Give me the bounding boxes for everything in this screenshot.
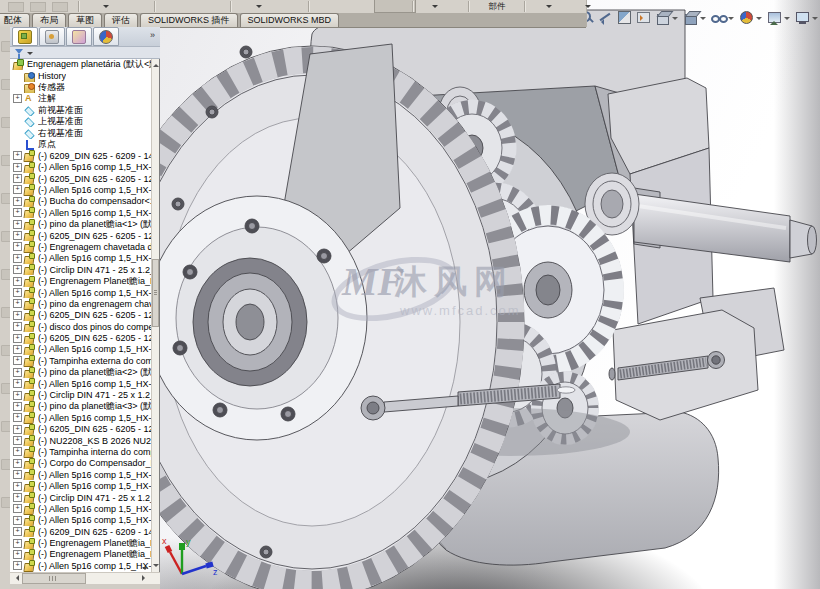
- 3d-drawing-view-icon[interactable]: [636, 10, 651, 25]
- dropdown-caret-icon[interactable]: [103, 5, 109, 11]
- dropdown-caret-icon[interactable]: [672, 17, 678, 23]
- tree-item[interactable]: +(-) pino da planet赡ia<3> (默i: [10, 401, 151, 412]
- tree-item[interactable]: +(-) Bucha do compensador<1: [10, 196, 151, 207]
- graphics-area[interactable]: x y z MF 沐风网 www.mfcad.com: [160, 0, 820, 589]
- expand-toggle[interactable]: +: [13, 402, 22, 411]
- expand-toggle[interactable]: +: [13, 299, 22, 308]
- display-style-icon[interactable]: [683, 10, 698, 25]
- expand-toggle[interactable]: +: [13, 334, 22, 343]
- tree-item[interactable]: +(-) Allen 5p16 comp 1,5_HX-SI: [10, 480, 151, 491]
- tree-item[interactable]: History: [10, 70, 151, 81]
- tree-item[interactable]: +(-) pino da planet赡ia<1> (默i: [10, 218, 151, 229]
- tree-item[interactable]: +(-) Allen 5p16 comp 1,5_HX-SI: [10, 344, 151, 355]
- tree-item[interactable]: +(-) pino da engrenagem chav: [10, 298, 151, 309]
- tree-item[interactable]: +(-) Allen 5p16 comp 1,5_HX-SI: [10, 378, 151, 389]
- dropdown-caret-icon[interactable]: [728, 17, 734, 23]
- ribbon-button-fragment[interactable]: [8, 2, 24, 12]
- scroll-down-icon[interactable]: [153, 564, 159, 570]
- panel-tab-featuremanager-tree[interactable]: [12, 27, 38, 46]
- expand-toggle[interactable]: +: [13, 151, 22, 160]
- previous-view-icon[interactable]: [598, 10, 613, 25]
- tree-item[interactable]: +(-) Corpo do Compensador_D: [10, 458, 151, 469]
- tab-sketch[interactable]: 草图: [68, 13, 102, 27]
- edit-appearance-icon[interactable]: [739, 10, 754, 25]
- tree-item[interactable]: 右视基准面: [10, 127, 151, 138]
- expand-toggle[interactable]: +: [13, 527, 22, 536]
- tree-item[interactable]: Engrenagem planetária (默认<默: [10, 59, 151, 70]
- expand-toggle[interactable]: +: [13, 174, 22, 183]
- dropdown-caret-icon[interactable]: [256, 5, 262, 11]
- tree-item[interactable]: +(-) Allen 5p16 comp 1,5_HX-SI: [10, 560, 151, 571]
- expand-toggle[interactable]: +: [13, 516, 22, 525]
- scrollbar-thumb[interactable]: [22, 573, 86, 584]
- tree-item[interactable]: 传感器: [10, 82, 151, 93]
- expand-toggle[interactable]: +: [13, 561, 22, 570]
- tree-item[interactable]: +(-) 6205_DIN 625 - 6205 - 12,I: [10, 173, 151, 184]
- model-geometry[interactable]: [160, 10, 817, 589]
- panel-tab-configurationmanager[interactable]: [66, 27, 92, 46]
- expand-toggle[interactable]: +: [13, 356, 22, 365]
- expand-toggle[interactable]: +: [13, 242, 22, 251]
- tree-item[interactable]: +(-) Circlip DIN 471 - 25 x 1.2_(: [10, 264, 151, 275]
- tree-item[interactable]: +(-) NU2208_KS B 2026 NU2 -: [10, 435, 151, 446]
- tree-horizontal-scrollbar[interactable]: [10, 572, 160, 584]
- expand-toggle[interactable]: +: [13, 254, 22, 263]
- panel-overflow-button[interactable]: »: [150, 30, 155, 40]
- dropdown-caret-icon[interactable]: [585, 5, 591, 11]
- expand-toggle[interactable]: +: [13, 425, 22, 434]
- expand-toggle[interactable]: +: [13, 322, 22, 331]
- tree-item[interactable]: 前视基准面: [10, 105, 151, 116]
- expand-toggle[interactable]: +: [13, 368, 22, 377]
- expand-toggle[interactable]: +: [13, 459, 22, 468]
- tree-item[interactable]: +(-) Tampinha externa do comp: [10, 355, 151, 366]
- tree-item[interactable]: +(-) Engrenagem Planet赡ia_DIl: [10, 549, 151, 560]
- scroll-up-icon[interactable]: [153, 61, 159, 67]
- tree-item[interactable]: +(-) Allen 5p16 comp 1,5_HX-SI: [10, 207, 151, 218]
- expand-toggle[interactable]: +: [13, 413, 22, 422]
- tree-item[interactable]: +(-) Engrenagem chavetada dc: [10, 241, 151, 252]
- hide-show-items-icon[interactable]: [711, 10, 726, 25]
- dropdown-caret-icon[interactable]: [546, 5, 552, 11]
- tree-item[interactable]: +(-) Allen 5p16 comp 1,5_HX-SI: [10, 184, 151, 195]
- dropdown-caret-icon[interactable]: [756, 17, 762, 23]
- tree-item[interactable]: +(-) 6209_DIN 625 - 6209 - 14,I: [10, 150, 151, 161]
- apply-scene-icon[interactable]: [767, 10, 782, 25]
- panel-tab-propertymanager[interactable]: [39, 27, 65, 46]
- tree-item[interactable]: +(-) Allen 5p16 comp 1,5_HX-SI: [10, 503, 151, 514]
- expand-toggle[interactable]: +: [13, 311, 22, 320]
- filter-caret-icon[interactable]: [27, 52, 33, 58]
- scroll-left-icon[interactable]: [13, 575, 19, 581]
- expand-toggle[interactable]: +: [13, 265, 22, 274]
- ribbon-button-fragment[interactable]: [30, 2, 46, 12]
- expand-toggle[interactable]: +: [13, 94, 22, 103]
- tree-item[interactable]: +注解: [10, 93, 151, 104]
- planetary-gearbox-model[interactable]: x y z: [160, 0, 820, 589]
- expand-toggle[interactable]: +: [13, 482, 22, 491]
- expand-toggle[interactable]: +: [13, 220, 22, 229]
- filter-icon[interactable]: [15, 49, 23, 58]
- expand-toggle[interactable]: +: [13, 391, 22, 400]
- tree-item[interactable]: +(-) Circlip DIN 471 - 25 x 1.2_(: [10, 492, 151, 503]
- dropdown-caret-icon[interactable]: [700, 17, 706, 23]
- tree-item[interactable]: +(-) 6205_DIN 625 - 6205 - 12,I: [10, 230, 151, 241]
- tab-evaluate[interactable]: 评估: [104, 13, 138, 27]
- expand-toggle[interactable]: +: [13, 163, 22, 172]
- expand-toggle[interactable]: +: [13, 288, 22, 297]
- tree-item[interactable]: +(-) Engrenagem Planet赡ia_DIl: [10, 537, 151, 548]
- view-orientation-icon[interactable]: [655, 10, 670, 25]
- tree-item[interactable]: +(-) Circlip DIN 471 - 25 x 1.2_(: [10, 389, 151, 400]
- expand-toggle[interactable]: +: [13, 208, 22, 217]
- tree-item[interactable]: +(-) Allen 5p16 comp 1,5_HX-SI: [10, 412, 151, 423]
- tab-layout[interactable]: 布局: [32, 13, 66, 27]
- ribbon-button-fragment[interactable]: [52, 2, 68, 12]
- tree-item[interactable]: 上视基准面: [10, 116, 151, 127]
- ribbon-pressed-button[interactable]: [374, 0, 416, 13]
- tree-item[interactable]: +(-) disco dos pinos do compe: [10, 321, 151, 332]
- expand-toggle[interactable]: +: [13, 493, 22, 502]
- dropdown-caret-icon[interactable]: [812, 17, 818, 23]
- expand-toggle[interactable]: +: [13, 539, 22, 548]
- tree-item[interactable]: +(-) Allen 5p16 comp 1,5_HX-SI: [10, 162, 151, 173]
- expand-toggle[interactable]: +: [13, 550, 22, 559]
- tree-item[interactable]: 原点: [10, 139, 151, 150]
- tree-item[interactable]: +(-) 6205_DIN 625 - 6205 - 12,I: [10, 310, 151, 321]
